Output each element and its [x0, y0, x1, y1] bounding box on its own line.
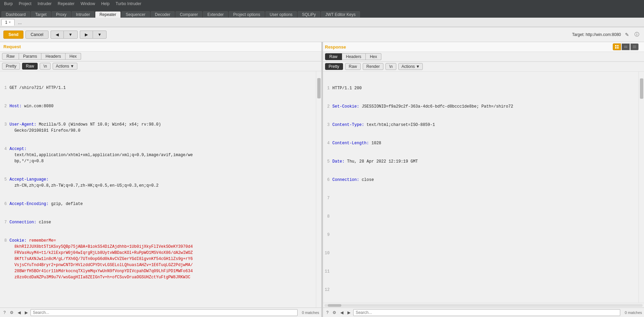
response-h-scrollbar-track	[324, 304, 643, 307]
repeater-tab-add[interactable]: ...	[15, 19, 25, 26]
tab-sequencer[interactable]: Sequencer	[121, 11, 150, 18]
request-panel: Request Raw Params Headers Hex Pretty Ra…	[0, 42, 322, 317]
actions-chevron-icon: ▼	[70, 64, 74, 69]
resp-line-1: 1 HTTP/1.1 200	[324, 85, 638, 91]
request-sub-tabs: Raw Params Headers Hex	[0, 52, 321, 61]
response-search-input[interactable]	[353, 309, 620, 316]
response-tab-headers[interactable]: Headers	[342, 53, 366, 60]
request-editor-scroll[interactable]: 1 GET /shiro721/ HTTP/1.1 2 Host: win.co…	[0, 71, 316, 307]
request-actions-btn[interactable]: Actions ▼	[53, 63, 77, 70]
menu-window[interactable]: Window	[78, 1, 98, 7]
response-search-help-btn[interactable]: ?	[325, 310, 330, 316]
response-actions-btn[interactable]: Actions ▼	[398, 63, 423, 70]
tab-target[interactable]: Target	[31, 11, 51, 18]
request-search-settings-btn[interactable]: ⚙	[8, 310, 15, 316]
response-sub-tabs: Raw Headers Hex	[323, 52, 644, 62]
tab-decoder[interactable]: Decoder	[151, 11, 175, 18]
menu-bar: Burp Project Intruder Repeater Window He…	[0, 0, 644, 7]
menu-repeater[interactable]: Repeater	[55, 1, 77, 7]
request-scrollbar-thumb	[317, 78, 321, 98]
request-tab-hex[interactable]: Hex	[65, 53, 81, 60]
view-btn-detail[interactable]	[630, 43, 639, 50]
tab-proxy[interactable]: Proxy	[52, 11, 71, 18]
response-h-scrollbar[interactable]	[323, 303, 644, 307]
req-line-7: 7 Connection: close	[1, 219, 315, 225]
response-editor-toolbar: Pretty Raw Render \n Actions ▼	[323, 62, 644, 72]
resp-line-7: 7	[324, 195, 638, 201]
send-button[interactable]: Send	[3, 31, 23, 39]
svg-rect-6	[633, 45, 636, 46]
response-scrollbar-thumb	[640, 78, 643, 99]
navigate-back-group: ◀ ▼	[51, 31, 78, 39]
request-tab-headers[interactable]: Headers	[41, 53, 65, 60]
req-line-1: 1 GET /shiro721/ HTTP/1.1	[1, 85, 315, 91]
request-raw-btn[interactable]: Raw	[22, 63, 38, 70]
menu-burp[interactable]: Burp	[1, 1, 15, 7]
repeater-tab-1-label: 1	[5, 20, 7, 25]
resp-line-12: 12	[324, 287, 638, 293]
request-search-prev-btn[interactable]: ◀	[16, 310, 22, 316]
req-line-5: 5 Accept-Language: zh-CN,zh;q=0.8,zh-TW;…	[1, 176, 315, 189]
response-pretty-btn[interactable]: Pretty	[325, 63, 343, 70]
tab-jwt-editor[interactable]: JWT Editor Keys	[321, 11, 360, 18]
response-ln-btn[interactable]: \n	[385, 63, 396, 70]
forward-dropdown-button[interactable]: ▼	[93, 31, 107, 39]
edit-target-button[interactable]: ✎	[624, 31, 630, 38]
request-ln-btn[interactable]: \n	[40, 63, 51, 70]
tab-dashboard[interactable]: Dashboard	[1, 11, 30, 18]
menu-help[interactable]: Help	[98, 1, 112, 7]
menu-turbo-intruder[interactable]: Turbo Intruder	[113, 1, 144, 7]
response-tab-raw[interactable]: Raw	[325, 53, 342, 60]
view-btn-grid[interactable]	[613, 43, 621, 50]
request-search-help-btn[interactable]: ?	[2, 310, 7, 316]
response-header-row: Response	[323, 42, 644, 52]
forward-button[interactable]: ▶	[80, 31, 93, 39]
response-raw-btn[interactable]: Raw	[345, 63, 361, 70]
request-tab-raw[interactable]: Raw	[2, 53, 19, 60]
svg-rect-5	[624, 47, 627, 48]
repeater-tab-strip: 1 × ...	[0, 18, 644, 27]
back-dropdown-button[interactable]: ▼	[63, 31, 78, 39]
svg-rect-8	[633, 48, 636, 48]
svg-rect-1	[617, 45, 619, 46]
req-line-6: 6 Accept-Encoding: gzip, deflate	[1, 201, 315, 207]
tab-repeater[interactable]: Repeater	[95, 11, 120, 18]
request-search-input[interactable]	[31, 309, 298, 316]
response-panel: Response	[323, 42, 644, 317]
response-search-settings-btn[interactable]: ⚙	[331, 310, 338, 316]
view-btn-list[interactable]	[622, 43, 630, 50]
detail-icon	[632, 45, 637, 49]
resp-line-9: 9	[324, 232, 638, 238]
svg-rect-4	[624, 46, 627, 46]
response-search-bar: ? ⚙ ◀ ▶ 0 matches	[323, 307, 644, 317]
request-tab-params[interactable]: Params	[19, 53, 41, 60]
request-vertical-scrollbar[interactable]	[316, 71, 321, 307]
tab-project-options[interactable]: Project options	[229, 11, 264, 18]
tab-comparer[interactable]: Comparer	[175, 11, 202, 18]
menu-intruder[interactable]: Intruder	[35, 1, 54, 7]
response-search-prev-btn[interactable]: ◀	[339, 310, 345, 316]
request-search-next-btn[interactable]: ▶	[23, 310, 29, 316]
response-h-scrollbar-thumb	[328, 304, 341, 307]
response-render-btn[interactable]: Render	[363, 63, 383, 70]
response-tab-hex[interactable]: Hex	[366, 53, 381, 60]
resp-line-10: 10	[324, 250, 638, 256]
tab-intruder[interactable]: Intruder	[72, 11, 94, 18]
help-button[interactable]: ⓘ	[633, 31, 641, 38]
response-search-next-btn[interactable]: ▶	[346, 310, 352, 316]
request-pretty-btn[interactable]: Pretty	[2, 63, 20, 70]
target-info: Target: http://win.com:8080 ✎ ⓘ	[572, 31, 641, 38]
repeater-tab-1[interactable]: 1 ×	[1, 19, 15, 26]
menu-project[interactable]: Project	[16, 1, 34, 7]
repeater-tab-1-close[interactable]: ×	[9, 20, 11, 24]
cancel-button[interactable]: Cancel	[25, 31, 48, 39]
response-editor-content: 1 HTTP/1.1 200 2 Set-Cookie: JSESSIONID=…	[323, 72, 639, 303]
request-editor-toolbar: Pretty Raw \n Actions ▼	[0, 61, 321, 71]
response-vertical-scrollbar[interactable]	[639, 72, 644, 303]
svg-rect-0	[615, 45, 617, 46]
response-editor-scroll[interactable]: 1 HTTP/1.1 200 2 Set-Cookie: JSESSIONID=…	[323, 72, 639, 303]
tab-user-options[interactable]: User options	[265, 11, 297, 18]
back-button[interactable]: ◀	[51, 31, 63, 39]
tab-extender[interactable]: Extender	[203, 11, 228, 18]
tab-sqlipy[interactable]: SQLiPy	[298, 11, 320, 18]
